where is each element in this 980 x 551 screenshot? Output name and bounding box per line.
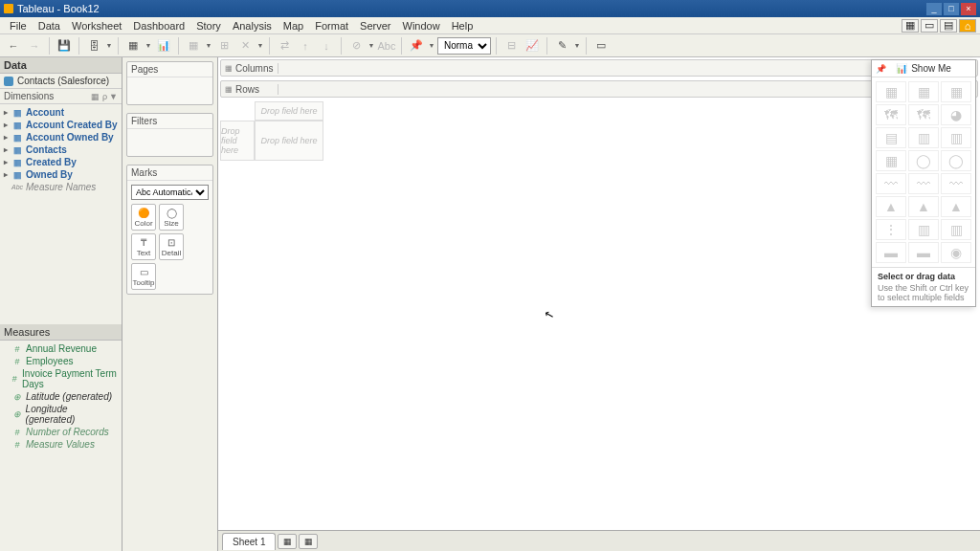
maximize-button[interactable]: □ <box>944 3 959 15</box>
menu-worksheet[interactable]: Worksheet <box>66 18 127 33</box>
highlight-dropdown-icon[interactable]: ▼ <box>573 42 581 49</box>
show-summary-icon[interactable]: ▤ <box>940 19 957 33</box>
menu-data[interactable]: Data <box>33 18 66 33</box>
home-icon[interactable]: ⌂ <box>959 19 976 33</box>
menu-map[interactable]: Map <box>278 18 309 33</box>
viz-dual-combo[interactable]: ▲ <box>941 196 971 217</box>
viz-hbar[interactable]: ▤ <box>876 127 906 148</box>
minimize-button[interactable]: _ <box>926 3 942 15</box>
labels-button[interactable]: Abc <box>377 36 396 55</box>
drop-field-row-header[interactable]: Drop field here <box>220 121 255 161</box>
show-caption-icon[interactable]: ▭ <box>921 19 938 33</box>
menu-analysis[interactable]: Analysis <box>227 18 278 33</box>
dimension-created-by[interactable]: ▸Created By <box>0 156 122 168</box>
pages-card[interactable]: Pages <box>126 61 213 105</box>
marks-detail-button[interactable]: ⊡Detail <box>159 233 184 260</box>
menu-help[interactable]: Help <box>446 18 479 33</box>
worksheet-dropdown-icon[interactable]: ▼ <box>205 42 212 49</box>
viz-bullet[interactable]: ▬ <box>908 242 939 263</box>
save-button[interactable]: 💾 <box>55 36 74 55</box>
viz-dual-line[interactable]: 〰 <box>941 173 971 194</box>
highlight-button[interactable]: ✎ <box>552 36 571 55</box>
columns-shelf[interactable]: Columns <box>220 59 978 77</box>
menu-file[interactable]: File <box>4 18 33 33</box>
filters-card[interactable]: Filters <box>126 113 213 157</box>
viz-gantt[interactable]: ▬ <box>876 242 906 263</box>
new-dashboard-tab[interactable]: ▦ <box>299 534 318 549</box>
data-source-item[interactable]: Contacts (Salesforce) <box>0 74 122 89</box>
viz-scatter[interactable]: ⋮ <box>876 219 906 240</box>
viz-highlight-table[interactable]: ▦ <box>941 81 971 102</box>
autoupdate-dropdown-icon[interactable]: ▼ <box>145 42 152 49</box>
clear-button[interactable]: ✕ <box>235 36 255 55</box>
find-field-icon[interactable]: ▦ ρ <box>91 92 107 101</box>
forecast-button[interactable]: 📈 <box>523 36 542 55</box>
measure-latitude[interactable]: Latitude (generated) <box>0 390 122 403</box>
sort-asc-button[interactable]: ↑ <box>296 36 315 55</box>
new-worksheet-button[interactable]: ▦ <box>184 36 203 55</box>
pin-icon[interactable]: 📌 <box>876 64 886 74</box>
viz-symbol-map[interactable]: 🗺 <box>876 104 906 125</box>
sheet-tab-1[interactable]: Sheet 1 <box>222 533 276 550</box>
viz-box[interactable]: ▥ <box>941 219 971 240</box>
fit-select[interactable]: Normal <box>437 37 491 55</box>
viz-pie[interactable]: ◕ <box>941 104 971 125</box>
rows-shelf[interactable]: Rows <box>220 80 978 98</box>
show-me-header[interactable]: 📌 📊 Show Me <box>872 60 975 77</box>
menu-server[interactable]: Server <box>354 18 396 33</box>
pin-axes-button[interactable]: 📌 <box>407 36 426 55</box>
presentation-button[interactable]: ▭ <box>591 36 611 55</box>
viz-area-disc[interactable]: ▲ <box>908 196 939 217</box>
drop-field-body[interactable]: Drop field here <box>255 121 323 161</box>
measure-number-of-records[interactable]: Number of Records <box>0 426 122 438</box>
marks-tooltip-button[interactable]: ▭Tooltip <box>131 263 156 290</box>
measure-measure-values[interactable]: Measure Values <box>0 438 122 451</box>
viz-treemap[interactable]: ▦ <box>876 150 906 171</box>
marks-type-select[interactable]: Abc AutomaticAutomatic <box>131 185 209 200</box>
viz-text-table[interactable]: ▦ <box>876 81 906 102</box>
back-button[interactable]: ← <box>4 36 23 55</box>
marks-size-button[interactable]: ◯Size <box>159 204 184 231</box>
clear-dropdown-icon[interactable]: ▼ <box>256 42 264 49</box>
menu-dashboard[interactable]: Dashboard <box>127 18 190 33</box>
viz-side-circle[interactable]: ◯ <box>941 150 971 171</box>
dimensions-menu-icon[interactable]: ▼ <box>109 92 118 101</box>
viz-side-bar[interactable]: ▥ <box>941 127 971 148</box>
measure-employees[interactable]: Employees <box>0 355 122 367</box>
menu-format[interactable]: Format <box>309 18 354 33</box>
marks-text-button[interactable]: ₸Text <box>131 233 156 260</box>
swap-button[interactable]: ⇄ <box>275 36 294 55</box>
duplicate-button[interactable]: ⊞ <box>214 36 234 55</box>
run-update-button[interactable]: 📊 <box>154 36 173 55</box>
menu-window[interactable]: Window <box>397 18 446 33</box>
viz-circle[interactable]: ◯ <box>908 150 939 171</box>
dimension-measure-names[interactable]: Measure Names <box>0 181 122 193</box>
new-datasource-button[interactable]: 🗄 <box>84 36 103 55</box>
dimension-account-created-by[interactable]: ▸Account Created By <box>0 119 122 131</box>
pin-dropdown-icon[interactable]: ▼ <box>428 42 435 49</box>
auto-update-button[interactable]: ▦ <box>123 36 143 55</box>
drop-field-col-header[interactable]: Drop field here <box>255 101 323 121</box>
viz-histogram[interactable]: ▥ <box>908 219 939 240</box>
viz-line-cont[interactable]: 〰 <box>876 173 906 194</box>
dimension-owned-by[interactable]: ▸Owned By <box>0 168 122 181</box>
forward-button[interactable]: → <box>25 36 44 55</box>
fix-axes-button[interactable]: ⊟ <box>501 36 521 55</box>
group-dropdown-icon[interactable]: ▼ <box>368 42 375 49</box>
measure-annual-revenue[interactable]: Annual Revenue <box>0 342 122 355</box>
show-start-icon[interactable]: ▦ <box>902 19 919 33</box>
sort-desc-button[interactable]: ↓ <box>317 36 336 55</box>
viz-area-cont[interactable]: ▲ <box>876 196 906 217</box>
viz-line-disc[interactable]: 〰 <box>908 173 939 194</box>
viz-stacked-bar[interactable]: ▥ <box>908 127 939 148</box>
measure-invoice-payment-term-days[interactable]: Invoice Payment Term Days <box>0 367 122 390</box>
viz-packed-bubble[interactable]: ◉ <box>941 242 971 263</box>
new-worksheet-tab[interactable]: ▦ <box>278 534 297 549</box>
dimension-contacts[interactable]: ▸Contacts <box>0 143 122 156</box>
dimension-account-owned-by[interactable]: ▸Account Owned By <box>0 131 122 143</box>
viz-heat-map[interactable]: ▦ <box>908 81 939 102</box>
viz-filled-map[interactable]: 🗺 <box>908 104 939 125</box>
datasource-dropdown-icon[interactable]: ▼ <box>105 42 113 49</box>
drop-zone[interactable]: Drop field here Drop field here Drop fie… <box>220 101 978 161</box>
close-button[interactable]: × <box>961 3 976 15</box>
